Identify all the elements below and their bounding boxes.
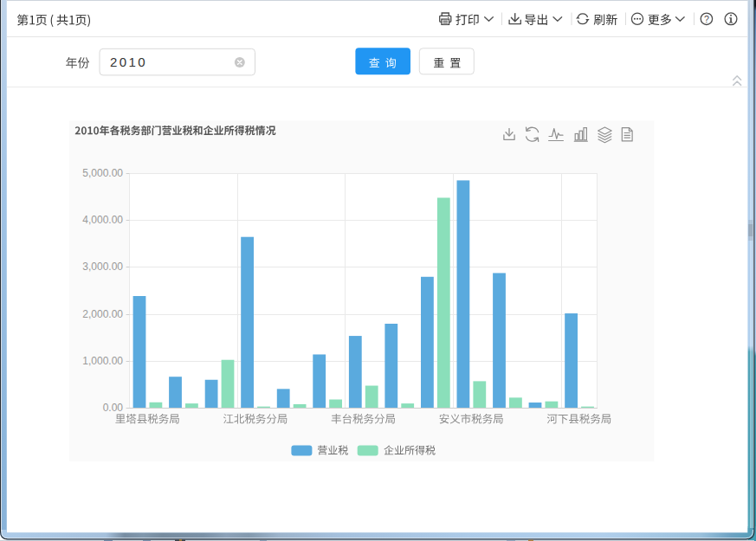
svg-text:3,000.00: 3,000.00	[82, 261, 123, 273]
svg-text:?: ?	[704, 14, 709, 24]
svg-text:1,000.00: 1,000.00	[82, 355, 123, 367]
svg-text:0.00: 0.00	[103, 402, 124, 414]
svg-text:5,000.00: 5,000.00	[82, 167, 123, 179]
svg-text:2010: 2010	[110, 55, 147, 69]
svg-text:4,000.00: 4,000.00	[82, 214, 123, 226]
svg-text:2,000.00: 2,000.00	[82, 308, 123, 320]
